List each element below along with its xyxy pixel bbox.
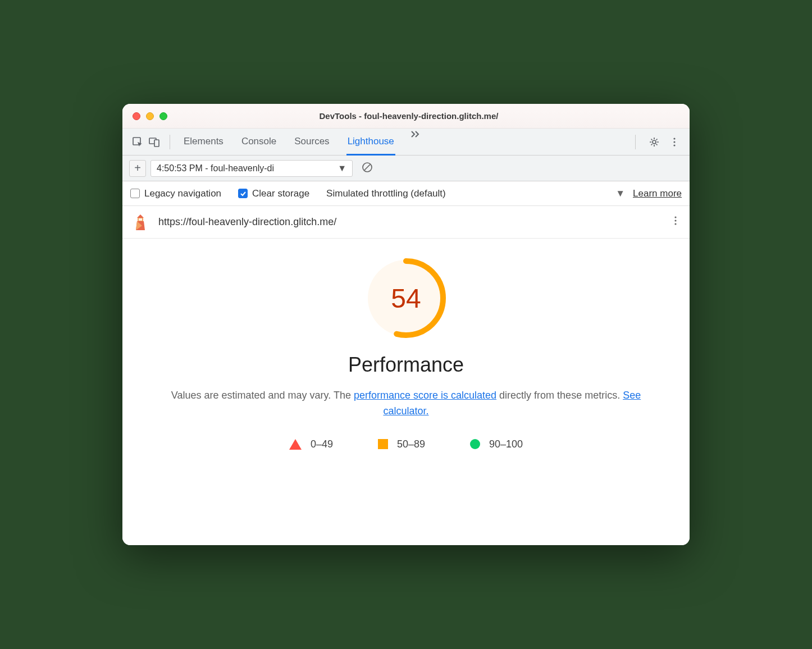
score-legend: 0–49 50–89 90–100 (289, 438, 523, 450)
kebab-menu-icon[interactable] (666, 134, 683, 150)
tab-lighthouse[interactable]: Lighthouse (346, 129, 395, 156)
legend-mid-label: 50–89 (397, 438, 425, 450)
separator (635, 135, 636, 149)
triangle-icon (289, 439, 302, 450)
report-kebab-icon[interactable] (670, 216, 681, 228)
throttling-label: Simulated throttling (default) (326, 188, 446, 199)
report-selector-label: 4:50:53 PM - foul-heavenly-di (157, 163, 274, 173)
svg-point-5 (673, 141, 675, 143)
legend-low: 0–49 (289, 438, 333, 450)
legacy-nav-checkbox[interactable] (130, 189, 140, 198)
svg-point-6 (673, 144, 675, 146)
circle-icon (470, 439, 480, 449)
lighthouse-subbar: + 4:50:53 PM - foul-heavenly-di ▼ (122, 156, 690, 181)
legacy-nav-label: Legacy navigation (144, 188, 221, 199)
panel-tabs: Elements Console Sources Lighthouse (183, 129, 421, 155)
legend-high: 90–100 (470, 438, 523, 450)
more-tabs-icon[interactable] (411, 129, 421, 155)
clear-icon[interactable] (362, 162, 373, 175)
desc-text: Values are estimated and may vary. The (171, 390, 354, 401)
svg-point-13 (674, 223, 676, 225)
titlebar: DevTools - foul-heavenly-direction.glitc… (122, 104, 690, 129)
svg-point-12 (674, 220, 676, 221)
throttling-dropdown-caret-icon[interactable]: ▼ (615, 188, 625, 199)
main-toolbar: Elements Console Sources Lighthouse (122, 129, 690, 156)
legend-high-label: 90–100 (489, 438, 523, 450)
report-url-row: https://foul-heavenly-direction.glitch.m… (122, 206, 690, 239)
desc-text: directly from these metrics. (496, 390, 623, 401)
tab-elements[interactable]: Elements (183, 129, 225, 155)
device-toolbar-icon[interactable] (146, 134, 163, 150)
devtools-window: DevTools - foul-heavenly-direction.glitc… (122, 104, 690, 545)
tab-sources[interactable]: Sources (293, 129, 330, 155)
report-content: 54 Performance Values are estimated and … (122, 239, 690, 545)
svg-rect-2 (154, 140, 159, 147)
report-selector[interactable]: 4:50:53 PM - foul-heavenly-di ▼ (150, 160, 353, 177)
clear-storage-checkbox[interactable] (238, 189, 248, 198)
gauge-score: 54 (364, 257, 448, 340)
performance-gauge: 54 (364, 257, 448, 340)
separator (170, 135, 170, 149)
svg-point-11 (674, 216, 676, 218)
settings-gear-icon[interactable] (646, 134, 663, 150)
svg-point-3 (653, 140, 656, 144)
svg-rect-10 (139, 218, 142, 221)
score-calc-link[interactable]: performance score is calculated (354, 390, 496, 401)
new-report-button[interactable]: + (129, 160, 146, 177)
lighthouse-options: Legacy navigation Clear storage Simulate… (122, 181, 690, 206)
inspect-element-icon[interactable] (129, 134, 146, 150)
learn-more-link[interactable]: Learn more (633, 188, 682, 199)
lighthouse-icon (131, 213, 149, 231)
svg-point-4 (673, 138, 675, 139)
report-url: https://foul-heavenly-direction.glitch.m… (158, 216, 336, 228)
section-description: Values are estimated and may vary. The p… (170, 388, 642, 419)
legend-low-label: 0–49 (311, 438, 333, 450)
dropdown-caret-icon: ▼ (337, 163, 346, 173)
window-title: DevTools - foul-heavenly-direction.glitc… (138, 111, 679, 121)
square-icon (378, 439, 388, 449)
section-title: Performance (348, 353, 464, 377)
svg-line-8 (364, 164, 370, 170)
tab-console[interactable]: Console (240, 129, 277, 155)
legend-mid: 50–89 (378, 438, 425, 450)
clear-storage-label: Clear storage (252, 188, 309, 199)
